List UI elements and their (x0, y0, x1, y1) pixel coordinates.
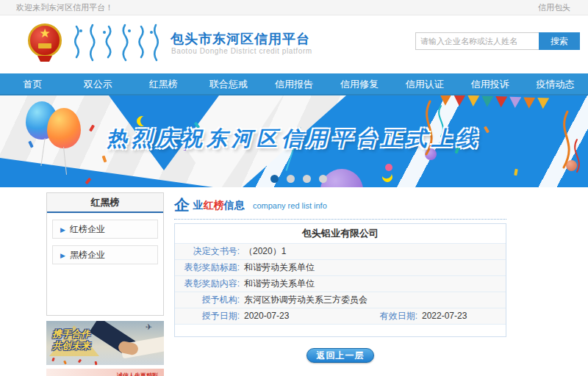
promo-integrity-text: 诚信人生更精彩 (117, 372, 158, 376)
confetti (63, 361, 67, 365)
sidebar-item-label: 黑榜企业 (70, 250, 105, 260)
nav-item-epidemic-news[interactable]: 疫情动态 (523, 73, 588, 95)
nav-item-double-publicity[interactable]: 双公示 (65, 73, 131, 95)
emblem-gate (38, 43, 51, 48)
nav-item-joint-punishment[interactable]: 联合惩戒 (196, 73, 262, 95)
row-label: 表彰奖励内容: (175, 276, 240, 292)
date-row: 授予日期: 2020-07-23 有效日期: 2022-07-23 (175, 308, 506, 324)
carousel-dots (270, 175, 327, 183)
nav-item-red-black-list[interactable]: 红黑榜 (131, 73, 196, 95)
arrow-icon: ▶ (60, 252, 65, 259)
national-emblem-logo: ★ (28, 24, 63, 65)
search-button[interactable]: 搜索 (539, 32, 580, 50)
main-nav: 首页 双公示 红黑榜 联合惩戒 信用报告 信用修复 信用认证 信用投诉 疫情动态 (0, 73, 588, 95)
welcome-text: 欢迎来到东河区信用平台！ (16, 2, 113, 13)
credit-baotou-link[interactable]: 信用包头 (538, 2, 570, 13)
banner-headline: 热烈庆祝东河区信用平台正式上线 (107, 125, 481, 153)
row-value: （2020）1 (240, 244, 286, 259)
section-title-tail: 信息 (223, 199, 244, 211)
section-title-part: 业 (193, 199, 203, 211)
page: 欢迎来到东河区信用平台！ 信用包头 ★ 包头市东河区信用平台 (0, 0, 588, 376)
row-value: 和谐劳动关系单位 (240, 260, 315, 275)
ball-pink (385, 164, 392, 171)
section-title-red: 红榜 (203, 199, 223, 211)
nav-item-credit-report[interactable]: 信用报告 (262, 73, 327, 95)
red-black-list-box: 红黑榜 ▶红榜企业 ▶黑榜企业 (46, 192, 164, 316)
confetti (78, 359, 82, 364)
table-row: 表彰奖励内容: 和谐劳动关系单位 (175, 275, 506, 292)
balloon-orange (47, 108, 81, 148)
promo-banner-integrity[interactable]: 诚信人生更精彩 (46, 369, 164, 376)
topbar: 欢迎来到东河区信用平台！ 信用包头 (0, 0, 588, 15)
nav-item-credit-repair[interactable]: 信用修复 (326, 73, 392, 95)
site-title: 包头市东河区信用平台 (171, 30, 310, 48)
sidebar-title: 红黑榜 (47, 193, 163, 213)
table-row: 表彰奖励标题: 和谐劳动关系单位 (175, 259, 506, 275)
hero-banner[interactable]: 热烈庆祝东河区信用平台正式上线 (0, 95, 588, 187)
table-row: 授予机构: 东河区协调劳动关系三方委员会 (175, 292, 506, 308)
section-title-big-char: 企 (174, 196, 190, 213)
nav-item-credit-complaint[interactable]: 信用投诉 (457, 73, 523, 95)
airplane-icon: ✈ (146, 322, 152, 332)
valid-date-label: 有效日期: (366, 308, 417, 324)
content-area: 红黑榜 ▶红榜企业 ▶黑榜企业 ✈ 携手合作 共创未来 (0, 187, 588, 376)
header: ★ 包头市东河区信用平台 Baotou Donghe District cred… (0, 15, 588, 73)
valid-date-value: 2022-07-23 (417, 308, 467, 324)
carousel-dot-4[interactable] (319, 175, 327, 183)
section-title-en: company red list info (253, 201, 327, 210)
promo-handshake-text: 携手合作 共创未来 (52, 328, 90, 352)
confetti (95, 361, 98, 365)
carousel-dot-2[interactable] (287, 175, 295, 183)
empty-row (175, 324, 506, 336)
company-name: 包头铝业有限公司 (302, 224, 379, 243)
sidebar-item-black-list-companies[interactable]: ▶黑榜企业 (52, 245, 158, 264)
nav-item-credit-certification[interactable]: 信用认证 (392, 73, 457, 95)
grant-date-value: 2020-07-23 (240, 308, 366, 324)
section-title: 企 业红榜信息 company red list info (174, 195, 506, 220)
confetti (51, 358, 55, 362)
main-panel: 企 业红榜信息 company red list info 包头铝业有限公司 决… (174, 195, 506, 363)
carousel-dot-3[interactable] (303, 175, 311, 183)
sidebar-item-red-list-companies[interactable]: ▶红榜企业 (52, 220, 158, 239)
company-name-row: 包头铝业有限公司 (175, 224, 506, 243)
search-input[interactable] (415, 32, 542, 50)
arrow-icon: ▶ (60, 226, 65, 234)
table-row: 决定文书号: （2020）1 (175, 243, 506, 259)
row-value: 和谐劳动关系单位 (240, 276, 315, 292)
row-label: 授予机构: (175, 292, 240, 308)
nav-item-home[interactable]: 首页 (0, 73, 65, 95)
row-label: 表彰奖励标题: (175, 260, 240, 275)
row-label: 决定文书号: (175, 244, 240, 259)
emblem-ribbon (37, 56, 52, 62)
promo-banner-handshake[interactable]: ✈ 携手合作 共创未来 (46, 321, 164, 365)
back-button[interactable]: 返回上一层 (306, 348, 374, 363)
site-subtitle: Baotou Donghe District credit platform (171, 47, 312, 55)
carousel-dot-1[interactable] (270, 175, 279, 183)
emblem-star-icon: ★ (28, 26, 62, 41)
sidebar: 红黑榜 ▶红榜企业 ▶黑榜企业 ✈ 携手合作 共创未来 (46, 192, 164, 376)
sidebar-item-label: 红榜企业 (70, 224, 105, 234)
record-detail-table: 包头铝业有限公司 决定文书号: （2020）1 表彰奖励标题: 和谐劳动关系单位… (174, 223, 506, 337)
grant-date-label: 授予日期: (175, 308, 240, 324)
row-value: 东河区协调劳动关系三方委员会 (240, 292, 368, 308)
mongolian-script-decoration (71, 24, 162, 66)
